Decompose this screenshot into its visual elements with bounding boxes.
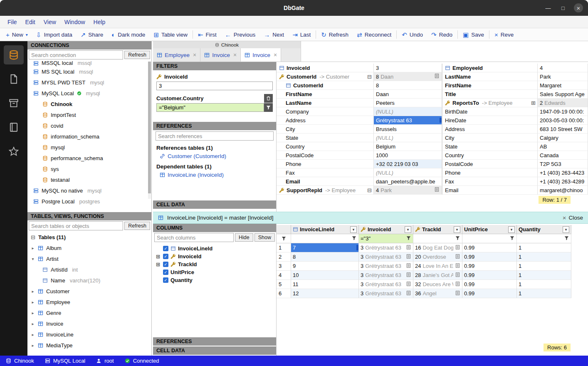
filter-funnel-icon[interactable]: [455, 235, 460, 242]
menu-view[interactable]: View: [40, 17, 60, 27]
cell-invoicelineid[interactable]: 7: [291, 243, 359, 252]
cell-invoicelineid[interactable]: 12: [291, 289, 359, 298]
form-value-address[interactable]: 683 10 Street SW: [538, 125, 588, 134]
chevron-collapsed-icon[interactable]: ▸: [31, 332, 35, 337]
rail-item-archive[interactable]: [4, 94, 24, 113]
rail-item-history[interactable]: [4, 118, 24, 137]
tree-item-tables-11[interactable]: ⊟Tables (11): [27, 232, 151, 242]
collapse-box-icon[interactable]: ⊟: [367, 187, 372, 193]
tab-invoice-2[interactable]: Invoice×: [241, 48, 281, 62]
form-value-phone[interactable]: +32 02 219 03 03: [374, 160, 442, 168]
filter-cell-trackid[interactable]: [413, 234, 462, 243]
form-value-fax[interactable]: +1 (403) 263-4289: [538, 177, 588, 186]
form-value-state[interactable]: AB: [538, 142, 588, 151]
form-value-phone[interactable]: +1 (403) 263-4423: [538, 168, 588, 177]
cell-quantity[interactable]: 1: [517, 252, 571, 262]
cell-trackid[interactable]: 24Love In An El: [413, 262, 462, 271]
chevron-collapsed-icon[interactable]: ▸: [31, 343, 35, 348]
toolbar-dark-mode-button[interactable]: ◐Dark mode: [107, 28, 149, 41]
connections-scrollbar[interactable]: [148, 62, 151, 199]
cell-invoiceid[interactable]: 3Grétrystraat 63: [359, 280, 413, 289]
form-value-email[interactable]: daan_peeters@apple.be: [374, 177, 442, 186]
filter-cell-quantity[interactable]: [517, 234, 571, 243]
menu-help[interactable]: Help: [89, 17, 110, 27]
filter-cell-invoicelineid[interactable]: [291, 234, 359, 243]
cell-quantity[interactable]: 1: [517, 289, 571, 298]
cell-unitprice[interactable]: 0.99: [462, 289, 517, 298]
connection-testanal[interactable]: testanal: [27, 174, 151, 185]
close-tab-icon[interactable]: ×: [233, 52, 237, 58]
tree-item-invoice[interactable]: ▸Invoice: [27, 318, 151, 329]
cell-unitprice[interactable]: 0.99: [462, 252, 517, 262]
menu-window[interactable]: Window: [60, 17, 89, 27]
form-value-company[interactable]: (NULL): [374, 107, 442, 116]
status-mysql-local[interactable]: MySQL Local: [45, 358, 86, 364]
tab-invoice-1[interactable]: Invoice×: [200, 48, 241, 62]
tables-refresh-button[interactable]: Refresh: [124, 222, 150, 230]
expand-box-icon[interactable]: ⊞: [156, 262, 160, 267]
cell-invoiceid[interactable]: 3Grétrystraat 63: [359, 271, 413, 280]
column-header-trackid[interactable]: TrackId▾: [413, 225, 462, 234]
cell-quantity[interactable]: 1: [517, 271, 571, 280]
expand-box-icon[interactable]: ⊞: [531, 100, 536, 106]
chevron-collapsed-icon[interactable]: ▸: [31, 311, 35, 315]
connection-importtest[interactable]: ImportTest: [27, 109, 151, 120]
form-value-title[interactable]: Sales Support Age: [538, 90, 588, 99]
connection-mysl-pwd-test[interactable]: MYSL PWD TESTmysql: [27, 77, 151, 88]
column-item-invoicelineid[interactable]: ✓InvoiceLineId: [153, 245, 276, 252]
open-form-button[interactable]: [434, 73, 440, 80]
toolbar-table-view-button[interactable]: ⊞Table view: [149, 28, 192, 41]
form-value-reportsto[interactable]: 2Edwards: [538, 99, 588, 107]
rail-item-files[interactable]: [4, 69, 24, 89]
remove-filter-button[interactable]: [264, 94, 273, 103]
connection-ms-sql-local[interactable]: MS SQL localmssql: [27, 66, 151, 77]
search-connection-input[interactable]: [29, 50, 123, 59]
tree-item-name[interactable]: Namevarchar(120): [27, 275, 151, 286]
column-menu-button[interactable]: ▾: [350, 226, 357, 233]
connection-covid[interactable]: covid: [27, 120, 151, 131]
toolbar-import-data-button[interactable]: ⇩Import data: [32, 28, 77, 41]
close-tab-icon[interactable]: ×: [193, 52, 196, 58]
cell-invoiceid[interactable]: 3Grétrystraat 63: [359, 252, 413, 262]
connections-refresh-button[interactable]: Refresh: [124, 51, 150, 59]
open-form-button[interactable]: [455, 272, 460, 279]
tab-employee-0[interactable]: Employee×: [153, 48, 200, 62]
tree-item-customer[interactable]: ▸Customer: [27, 286, 151, 297]
column-menu-button[interactable]: ▾: [508, 226, 515, 233]
checkbox-trackid[interactable]: ✓: [163, 262, 168, 267]
cell-quantity[interactable]: 1: [517, 280, 571, 289]
tree-item-album[interactable]: ▸Album: [27, 242, 151, 253]
cell-unitprice[interactable]: 0.99: [462, 262, 517, 271]
search-tables-input[interactable]: [29, 221, 123, 230]
chevron-collapsed-icon[interactable]: ▸: [31, 321, 35, 326]
column-item-unitprice[interactable]: ✓UnitPrice: [153, 268, 276, 276]
toolbar-refresh-button[interactable]: ↻Refresh: [317, 28, 353, 41]
toolbar-previous-button[interactable]: ←Previous: [221, 28, 260, 41]
cell-trackid[interactable]: 36Angel: [413, 289, 462, 298]
column-item-quantity[interactable]: ✓Quantity: [153, 276, 276, 284]
minimize-button[interactable]: —: [544, 4, 552, 12]
chevron-collapsed-icon[interactable]: ▸: [31, 289, 35, 294]
status-root[interactable]: root: [96, 358, 114, 364]
reference-link-customer-customerid[interactable]: Customer (CustomerId): [153, 152, 276, 161]
chevron-expanded-icon[interactable]: ▾: [31, 257, 35, 261]
column-menu-button[interactable]: ▾: [405, 226, 411, 233]
connection-postgre-local[interactable]: Postgre Localpostgres: [27, 196, 151, 207]
cell-quantity[interactable]: 1: [517, 243, 571, 252]
cell-unitprice[interactable]: 0.99: [462, 280, 517, 289]
checkbox-quantity[interactable]: ✓: [163, 277, 168, 283]
form-value-hiredate[interactable]: 2003-05-03 00:00:: [538, 116, 588, 125]
connection-mysql-local[interactable]: MySQL Localmysql: [27, 88, 151, 99]
open-form-button[interactable]: [406, 263, 411, 270]
search-columns-input[interactable]: [154, 233, 234, 242]
column-header-invoicelineid[interactable]: InvoiceLineId▾: [291, 225, 359, 234]
menu-edit[interactable]: Edit: [21, 17, 40, 27]
cell-invoiceid[interactable]: 3Grétrystraat 63: [359, 243, 413, 252]
filter-funnel-icon[interactable]: [351, 235, 357, 242]
open-form-button[interactable]: [455, 281, 460, 288]
close-tab-icon[interactable]: ×: [274, 52, 277, 58]
connection-mysql[interactable]: mysql: [27, 142, 151, 153]
checkbox-unitprice[interactable]: ✓: [163, 270, 168, 275]
form-value-invoiceid[interactable]: 3: [374, 64, 442, 72]
cell-invoiceid[interactable]: 3Grétrystraat 63: [359, 289, 413, 298]
